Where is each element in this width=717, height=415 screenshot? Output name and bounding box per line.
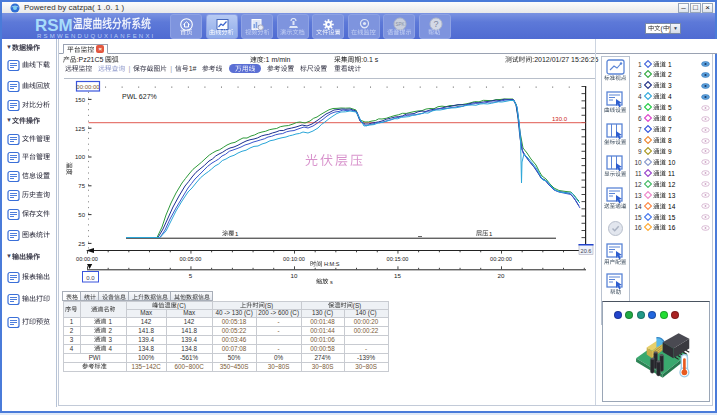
svg-text:130.0: 130.0: [552, 116, 568, 122]
svg-text:00:00:00: 00:00:00: [76, 256, 98, 262]
svg-text:00:00:00: 00:00:00: [76, 84, 100, 90]
svg-text:20.6: 20.6: [581, 248, 592, 254]
svg-text:H:M:S: H:M:S: [324, 261, 340, 267]
svg-text:150: 150: [75, 97, 86, 103]
svg-text:00:15:00: 00:15:00: [387, 256, 409, 262]
svg-text:00:10:00: 00:10:00: [283, 256, 305, 262]
svg-text:75: 75: [78, 183, 85, 189]
svg-text:SPK: SPK: [395, 22, 404, 27]
svg-text:5: 5: [189, 272, 193, 279]
svg-text:00:05:00: 00:05:00: [180, 256, 202, 262]
svg-text:1: 1: [235, 231, 239, 237]
svg-text:PWL 627%: PWL 627%: [122, 93, 157, 100]
svg-text:15: 15: [394, 272, 401, 279]
svg-text:10: 10: [291, 272, 298, 279]
svg-text:20: 20: [498, 272, 505, 279]
svg-text:00:20:00: 00:20:00: [490, 256, 512, 262]
svg-text:125: 125: [75, 126, 86, 132]
svg-text:100: 100: [75, 154, 86, 160]
svg-text:25: 25: [78, 241, 85, 247]
svg-text:1: 1: [489, 231, 493, 237]
svg-text:50: 50: [78, 212, 85, 218]
svg-text:s: s: [330, 279, 333, 285]
svg-text:0.0: 0.0: [86, 275, 95, 281]
svg-text:?: ?: [433, 19, 438, 29]
